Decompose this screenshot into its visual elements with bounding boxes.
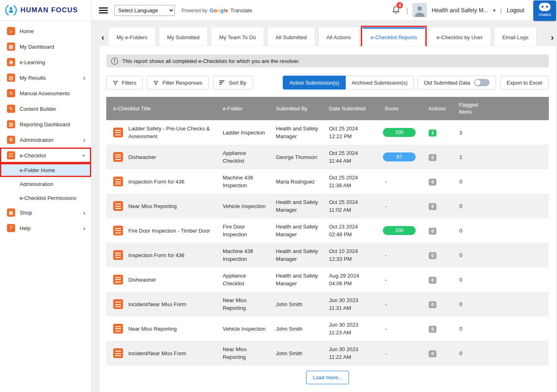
flagged-count: 1 <box>458 154 462 160</box>
cell-title: Near Miss Reporting <box>106 324 223 334</box>
brand-logo[interactable]: HUMAN FOCUS <box>0 0 92 20</box>
filter-responses-button[interactable]: Filter Responses <box>147 76 209 90</box>
tab-e-checklist-reports[interactable]: e-Checklist Reports <box>362 27 425 46</box>
old-submitted-data-toggle[interactable] <box>474 79 490 86</box>
score-badge: 100 <box>383 226 416 235</box>
flagged-count: 0 <box>458 277 462 283</box>
archived-submissions-button[interactable]: Archived Submission(s) <box>346 76 414 90</box>
old-submitted-data-button[interactable]: Old Submitted Data <box>417 76 496 90</box>
active-submissions-button[interactable]: Active Submission(s) <box>283 76 345 90</box>
sidebar-item-administration[interactable]: ⚙Administration› <box>0 132 91 148</box>
actions-count-badge[interactable]: 0 <box>429 203 436 210</box>
cell-score: - <box>382 178 427 186</box>
google-wordmark: Google <box>209 7 228 13</box>
tab-my-e-folders[interactable]: My e-Folders <box>108 27 156 46</box>
actions-count-badge[interactable]: 0 <box>429 350 436 357</box>
cell-e-folder: Fire Door Inspection <box>223 223 276 238</box>
sidebar-item-help[interactable]: ?Help› <box>0 220 91 236</box>
avatar-image <box>413 4 426 17</box>
tab-my-submitted[interactable]: My Submitted <box>159 27 208 46</box>
table-row[interactable]: Ladder Safety - Pre-Use Checks & Assessm… <box>106 120 549 145</box>
old-submitted-data-label: Old Submitted Data <box>424 80 470 86</box>
app-root: HUMAN FOCUS Select Language Powered by G… <box>0 0 557 392</box>
actions-count-badge[interactable]: 0 <box>429 179 436 186</box>
actions-count-badge[interactable]: 1 <box>429 130 436 137</box>
caret-down-icon[interactable]: ▾ <box>493 8 496 13</box>
sidebar-item-home[interactable]: ⌂Home <box>0 23 91 39</box>
tab-email-logs[interactable]: Email Logs <box>494 27 537 46</box>
tabs-scroll-right-icon[interactable]: › <box>550 33 555 41</box>
actions-count-badge[interactable]: 0 <box>429 326 436 333</box>
table-row[interactable]: Near Miss ReportingVehicle InspectionHea… <box>106 194 549 218</box>
cell-e-folder: Vehicle Inspection <box>223 325 276 333</box>
export-to-excel-button[interactable]: Export to Excel <box>500 76 549 90</box>
table-row[interactable]: Inspection Form for 436Machine 436 Inspe… <box>106 169 549 194</box>
user-avatar[interactable] <box>413 3 427 17</box>
checklist-doc-icon <box>113 177 123 186</box>
table-row[interactable]: DishwasherAppliance ChecklistGeorge Thom… <box>106 145 549 169</box>
sidebar-item-label: e-Learning <box>20 59 45 65</box>
sidebar-subitem-administration[interactable]: Administration <box>0 177 91 191</box>
tab-all-actions[interactable]: All Actions <box>318 27 359 46</box>
score-value: - <box>382 252 387 258</box>
chatbot-icon <box>539 3 550 11</box>
administration-icon: ⚙ <box>7 136 15 144</box>
user-menu[interactable]: Health and Safety M... <box>432 7 488 13</box>
cell-title: Fire Door Inspection - Timber Door <box>106 226 223 235</box>
flagged-count: 3 <box>458 130 462 136</box>
cell-e-folder: Ladder Inspection <box>223 129 276 137</box>
header-submitted-by: Submitted By <box>276 105 329 112</box>
cell-actions: 0 <box>427 325 456 333</box>
sidebar-subitem-e-checklist-permissions[interactable]: e-Checklist Permissions <box>0 191 91 205</box>
notifications-bell[interactable]: 4 <box>391 5 401 16</box>
sidebar-item-e-learning[interactable]: ◉e-Learning <box>0 54 91 70</box>
chatbot-launcher[interactable]: Chatbot <box>533 0 556 21</box>
sidebar-item-label: My Dashboard <box>20 44 54 50</box>
sidebar-item-label: Content Builder <box>20 106 56 112</box>
hamburger-menu-icon[interactable] <box>99 7 108 13</box>
table-row[interactable]: Fire Door Inspection - Timber DoorFire D… <box>106 218 549 243</box>
filters-button[interactable]: Filters <box>106 76 143 90</box>
actions-count-badge[interactable]: 0 <box>429 228 436 235</box>
tab-all-submitted[interactable]: All Submitted <box>267 27 315 46</box>
cell-score: - <box>382 325 427 333</box>
logout-link[interactable]: Logout <box>507 7 524 13</box>
sidebar-subitem-e-folder-home[interactable]: e-Folder Home <box>0 163 91 177</box>
actions-count-badge[interactable]: 0 <box>429 277 436 284</box>
cell-date-submitted: Oct 23 202402:48 PM <box>329 223 382 238</box>
sidebar-item-my-dashboard[interactable]: ▦My Dashboard <box>0 39 91 54</box>
cell-score: - <box>382 300 427 308</box>
tab-e-checklist-by-user[interactable]: e-Checklist by User <box>428 27 491 46</box>
sidebar-nav: ⌂Home▦My Dashboard◉e-Learning▤My Results… <box>0 21 92 392</box>
tabs-scroll-left-icon[interactable]: ‹ <box>101 33 105 41</box>
content-builder-icon: ✎ <box>7 105 15 113</box>
load-more-container: Load more... <box>106 365 549 392</box>
table-row[interactable]: Incident/Near Miss FormNear Miss Reporti… <box>106 341 549 365</box>
checklist-title: Near Miss Reporting <box>128 202 177 210</box>
date-value: Oct 23 2024 <box>329 223 378 231</box>
actions-count-badge[interactable]: 0 <box>429 252 436 259</box>
sidebar-item-content-builder[interactable]: ✎Content Builder <box>0 101 91 116</box>
table-row[interactable]: Incident/Near Miss FormNear Miss Reporti… <box>106 292 549 316</box>
date-value: Oct 25 2024 <box>329 174 378 181</box>
tab-my-team-to-do[interactable]: My Team To Do <box>211 27 264 46</box>
language-select[interactable]: Select Language <box>114 5 175 16</box>
sidebar-item-shop[interactable]: ▣Shop› <box>0 205 91 220</box>
sort-by-button[interactable]: Sort By <box>213 76 253 90</box>
sidebar-item-reporting-dashboard[interactable]: ▥Reporting Dashboard <box>0 116 91 132</box>
actions-count-badge[interactable]: 0 <box>429 154 436 161</box>
table-row[interactable]: DishwasherAppliance ChecklistHealth and … <box>106 267 549 292</box>
actions-count-badge[interactable]: 0 <box>429 301 436 308</box>
brand-name: HUMAN FOCUS <box>20 6 78 14</box>
checklist-title: Fire Door Inspection - Timber Door <box>128 227 210 235</box>
checklist-title: Near Miss Reporting <box>128 325 177 333</box>
sidebar-item-e-checklist[interactable]: ☑e-Checklist› <box>0 148 91 163</box>
table-row[interactable]: Inspection Form for 436Machine 436 Inspe… <box>106 243 549 267</box>
cell-actions: 0 <box>427 153 456 161</box>
cell-date-submitted: Jun 30 202311:31 AM <box>329 296 382 312</box>
load-more-button[interactable]: Load more... <box>306 371 349 384</box>
sidebar-item-manual-assessments[interactable]: ≡Manual Assessments <box>0 85 91 101</box>
sidebar-item-my-results[interactable]: ▤My Results› <box>0 70 91 85</box>
tab-bar: ‹ My e-FoldersMy SubmittedMy Team To DoA… <box>92 21 557 46</box>
table-row[interactable]: Near Miss ReportingVehicle InspectionJoh… <box>106 316 549 341</box>
